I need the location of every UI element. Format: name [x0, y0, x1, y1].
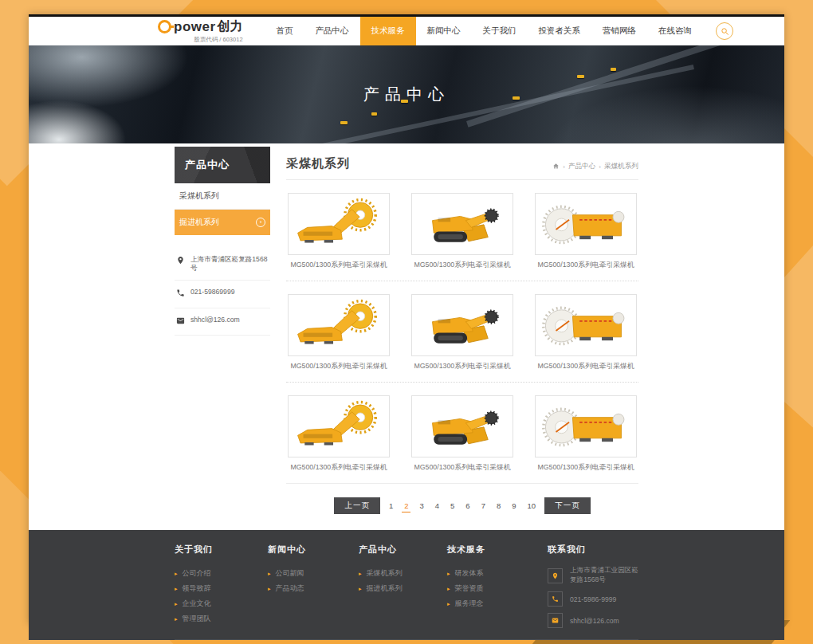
footer-column-title: 产品中心 — [359, 544, 447, 556]
location-icon — [176, 255, 185, 267]
page-number-4[interactable]: 4 — [433, 500, 442, 512]
sidebar-contact-item: shhcl@126.com — [175, 308, 270, 336]
hero-banner: 产品中心 — [29, 45, 784, 143]
pagination: 上一页12345678910下一页 — [286, 497, 638, 514]
product-card[interactable]: MG500/1300系列电牵引采煤机 — [535, 395, 637, 473]
nav-item-2[interactable]: 产品中心 — [304, 17, 360, 45]
footer-link[interactable]: ▸产品动态 — [268, 581, 359, 596]
content-area: 产品中心 采煤机系列掘进机系列› 上海市青浦区崧复路1568号021-59869… — [29, 143, 784, 530]
footer-columns: 关于我们▸公司介绍▸领导致辞▸企业文化▸管理团队新闻中心▸公司新闻▸产品动态产品… — [175, 544, 638, 634]
location-icon — [548, 568, 563, 583]
sidebar: 产品中心 采煤机系列掘进机系列› 上海市青浦区崧复路1568号021-59869… — [175, 147, 270, 336]
footer-column-4: 技术服务▸研发体系▸荣誉资质▸服务理念 — [447, 544, 548, 634]
footer-contact-text: 上海市青浦工业园区崧复路1568号 — [570, 566, 638, 585]
phone-icon — [176, 288, 185, 300]
footer-column-2: 新闻中心▸公司新闻▸产品动态 — [268, 544, 359, 634]
product-card[interactable]: MG500/1300系列电牵引采煤机 — [535, 294, 637, 371]
footer-link[interactable]: ▸管理团队 — [175, 611, 268, 626]
footer-link[interactable]: ▸企业文化 — [175, 596, 268, 611]
email-icon — [548, 613, 563, 628]
bullet-arrow-icon: ▸ — [268, 566, 271, 581]
product-card[interactable]: MG500/1300系列电牵引采煤机 — [411, 294, 513, 371]
product-card[interactable]: MG500/1300系列电牵引采煤机 — [535, 193, 637, 270]
footer-link-label: 采煤机系列 — [367, 566, 403, 581]
sidebar-contacts: 上海市青浦区崧复路1568号021-59869999shhcl@126.com — [175, 248, 270, 336]
nav-item-4[interactable]: 新闻中心 — [416, 17, 472, 45]
page-number-10[interactable]: 10 — [525, 500, 539, 512]
footer-column-title: 新闻中心 — [268, 544, 359, 556]
page-number-6[interactable]: 6 — [463, 500, 472, 512]
footer-link[interactable]: ▸研发体系 — [447, 566, 548, 581]
sidebar-contact-text: 021-59869999 — [190, 288, 234, 296]
footer-link-label: 荣誉资质 — [455, 581, 484, 596]
footer-link[interactable]: ▸领导致辞 — [175, 581, 268, 596]
page-title: 采煤机系列 — [286, 156, 350, 171]
nav-item-8[interactable]: 在线咨询 — [647, 17, 703, 45]
prev-page-button[interactable]: 上一页 — [334, 497, 380, 514]
footer-link-label: 研发体系 — [455, 566, 484, 581]
nav-item-3[interactable]: 技术服务 — [360, 17, 416, 45]
bullet-arrow-icon: ▸ — [359, 581, 362, 596]
bullet-arrow-icon: ▸ — [359, 566, 362, 581]
sidebar-title: 产品中心 — [175, 147, 270, 183]
product-image-shearer-arm-disc — [288, 193, 390, 255]
product-card[interactable]: MG500/1300系列电牵引采煤机 — [411, 193, 513, 270]
footer-contact-text: 021-5986-9999 — [570, 595, 616, 603]
bullet-arrow-icon: ▸ — [268, 581, 271, 596]
footer-contact-item: 021-5986-9999 — [548, 591, 638, 607]
footer-link[interactable]: ▸采煤机系列 — [359, 566, 447, 581]
product-card[interactable]: MG500/1300系列电牵引采煤机 — [288, 294, 390, 371]
nav-item-5[interactable]: 关于我们 — [472, 17, 528, 45]
bullet-arrow-icon: ▸ — [175, 596, 178, 611]
breadcrumb-home-icon[interactable] — [552, 163, 560, 171]
logo-power-icon — [158, 20, 171, 33]
breadcrumb-separator: › — [563, 163, 565, 171]
footer-link[interactable]: ▸公司新闻 — [268, 566, 359, 581]
page-number-1[interactable]: 1 — [387, 500, 395, 512]
bullet-arrow-icon: ▸ — [447, 581, 450, 596]
footer-column-1: 关于我们▸公司介绍▸领导致辞▸企业文化▸管理团队 — [175, 544, 268, 634]
footer-link[interactable]: ▸服务理念 — [447, 596, 548, 611]
mining-truck — [371, 112, 377, 116]
product-card[interactable]: MG500/1300系列电牵引采煤机 — [288, 193, 390, 270]
nav-item-6[interactable]: 投资者关系 — [528, 17, 592, 45]
nav-item-7[interactable]: 营销网络 — [591, 17, 647, 45]
product-image-roadheader — [411, 395, 513, 457]
page-number-2[interactable]: 2 — [402, 500, 410, 512]
stock-code: 股票代码 / 603012 — [194, 36, 242, 44]
product-caption: MG500/1300系列电牵引采煤机 — [535, 463, 637, 473]
product-caption: MG500/1300系列电牵引采煤机 — [411, 261, 513, 270]
sidebar-menu-item-1[interactable]: 采煤机系列 — [175, 183, 270, 210]
main-nav: 首页产品中心技术服务新闻中心关于我们投资者关系营销网络在线咨询 — [265, 17, 704, 45]
product-card[interactable]: MG500/1300系列电牵引采煤机 — [288, 395, 390, 473]
breadcrumb-item-1[interactable]: 产品中心 — [568, 162, 595, 171]
product-caption: MG500/1300系列电牵引采煤机 — [535, 362, 637, 371]
search-button[interactable] — [716, 22, 733, 40]
page-number-5[interactable]: 5 — [448, 500, 457, 512]
sidebar-menu-item-2[interactable]: 掘进机系列› — [175, 210, 270, 235]
nav-item-1[interactable]: 首页 — [265, 17, 304, 45]
footer-link-label: 服务理念 — [455, 596, 484, 611]
footer-link[interactable]: ▸荣誉资质 — [447, 581, 548, 596]
footer-contact-item: 上海市青浦工业园区崧复路1568号 — [548, 566, 638, 585]
page-number-9[interactable]: 9 — [509, 500, 518, 512]
sidebar-contact-item: 021-59869999 — [175, 281, 270, 308]
breadcrumb: ›产品中心›采煤机系列 — [552, 162, 638, 171]
footer-link-label: 公司新闻 — [276, 566, 304, 581]
footer-link[interactable]: ▸公司介绍 — [175, 566, 268, 581]
product-card[interactable]: MG500/1300系列电牵引采煤机 — [411, 395, 513, 473]
footer-contact-title: 联系我们 — [548, 544, 638, 556]
product-caption: MG500/1300系列电牵引采煤机 — [288, 463, 390, 473]
page-number-3[interactable]: 3 — [417, 500, 426, 512]
arrow-right-icon: › — [256, 218, 265, 227]
page-number-8[interactable]: 8 — [494, 500, 503, 512]
brand-logo[interactable]: power 创力 股票代码 / 603012 — [158, 18, 243, 44]
next-page-button[interactable]: 下一页 — [544, 497, 591, 514]
product-image-shearer-arm-disc — [288, 294, 390, 356]
breadcrumb-item-2[interactable]: 采煤机系列 — [604, 162, 638, 171]
page-number-7[interactable]: 7 — [479, 500, 488, 512]
footer-contact-item: shhcl@126.com — [548, 613, 638, 628]
product-caption: MG500/1300系列电牵引采煤机 — [411, 362, 513, 371]
sidebar-menu-label: 掘进机系列 — [179, 217, 219, 228]
footer-link[interactable]: ▸掘进机系列 — [359, 581, 447, 596]
